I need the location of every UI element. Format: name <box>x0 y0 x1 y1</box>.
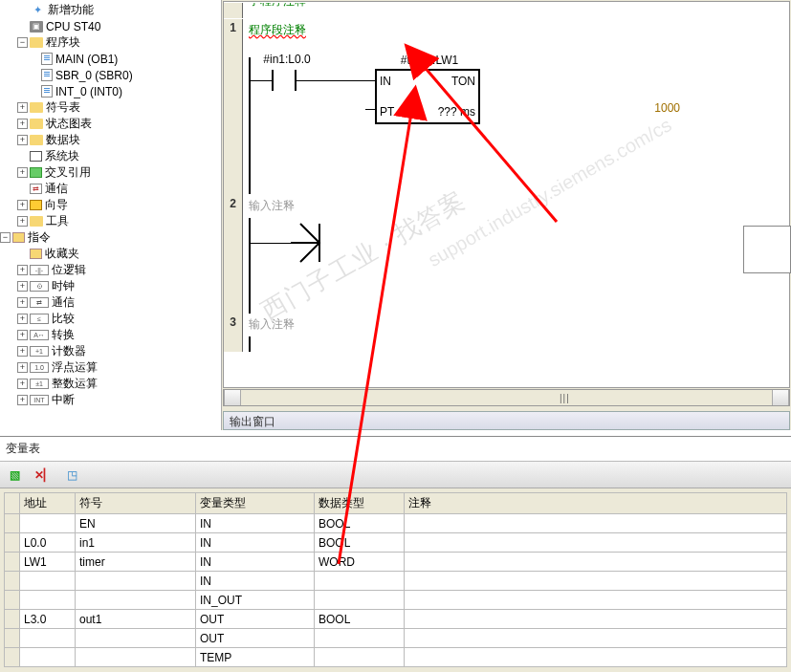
cell-symbol[interactable] <box>76 572 196 591</box>
tree-item-int0[interactable]: INT_0 (INT0) <box>0 83 221 99</box>
col-datatype[interactable]: 数据类型 <box>315 493 405 514</box>
cell-datatype[interactable] <box>315 629 405 648</box>
cell-symbol[interactable]: in1 <box>76 533 196 553</box>
project-tree[interactable]: ✦新增功能 ▣CPU ST40 −程序块 MAIN (OB1) SBR_0 (S… <box>0 0 222 430</box>
cell-datatype[interactable] <box>315 591 405 610</box>
table-row[interactable]: LW1timerINWORD <box>5 553 787 572</box>
tree-item-program-block[interactable]: −程序块 <box>0 34 221 51</box>
tree-item-main[interactable]: MAIN (OB1) <box>0 51 221 67</box>
tree-item-convert[interactable]: +A↔转换 <box>0 327 221 343</box>
cell-vartype[interactable]: IN <box>196 533 315 553</box>
row-header[interactable] <box>5 553 20 572</box>
tree-item-instructions[interactable]: −指令 <box>0 229 221 246</box>
cell-datatype[interactable] <box>315 648 405 667</box>
cell-address[interactable] <box>20 629 76 648</box>
cell-comment[interactable] <box>405 610 787 629</box>
cell-comment[interactable] <box>405 572 787 591</box>
expand-icon[interactable]: + <box>17 362 28 373</box>
return-element[interactable] <box>291 222 329 264</box>
network-3[interactable]: 3 输入注释 <box>224 313 789 351</box>
tree-item-sbr0[interactable]: SBR_0 (SBR0) <box>0 67 221 83</box>
tree-item-favorites[interactable]: 收藏夹 <box>0 246 221 262</box>
table-row[interactable]: ENINBOOL <box>5 514 787 533</box>
cell-symbol[interactable] <box>76 629 196 648</box>
tree-item-bit-logic[interactable]: +-||-位逻辑 <box>0 262 221 278</box>
cell-address[interactable]: L0.0 <box>20 533 76 553</box>
cell-comment[interactable] <box>405 553 787 572</box>
expand-icon[interactable]: + <box>17 265 28 275</box>
tree-item-integer[interactable]: +±1整数运算 <box>0 376 221 392</box>
expand-icon[interactable]: + <box>17 102 28 113</box>
table-row[interactable]: TEMP <box>5 648 787 667</box>
cell-comment[interactable] <box>405 514 787 533</box>
tree-item-symbol-table[interactable]: +符号表 <box>0 99 221 116</box>
ton-block[interactable]: #timer:LW1 IN TON PT ??? ms <box>375 69 480 124</box>
collapse-icon[interactable]: − <box>17 37 28 48</box>
cell-datatype[interactable]: BOOL <box>315 514 405 533</box>
cell-symbol[interactable] <box>76 591 196 610</box>
tree-item-float[interactable]: +1.0浮点运算 <box>0 359 221 376</box>
tree-item-tools[interactable]: +工具 <box>0 213 221 229</box>
table-row[interactable]: IN_OUT <box>5 591 787 610</box>
tree-item-compare[interactable]: +≤比较 <box>0 311 221 327</box>
col-vartype[interactable]: 变量类型 <box>196 493 315 514</box>
cell-symbol[interactable]: timer <box>76 553 196 572</box>
table-row[interactable]: L0.0in1INBOOL <box>5 533 787 553</box>
tree-item-cpu[interactable]: ▣CPU ST40 <box>0 18 221 34</box>
add-row-button[interactable]: ▧ <box>4 465 25 486</box>
tree-item-counter[interactable]: ++1计数器 <box>0 343 221 359</box>
cell-address[interactable]: LW1 <box>20 553 76 572</box>
cell-address[interactable]: L3.0 <box>20 610 76 629</box>
cell-datatype[interactable]: BOOL <box>315 610 405 629</box>
row-header[interactable] <box>5 648 20 667</box>
expand-icon[interactable]: + <box>17 119 28 129</box>
col-address[interactable]: 地址 <box>20 493 76 514</box>
row-header[interactable] <box>5 533 20 553</box>
cell-vartype[interactable]: IN <box>196 553 315 572</box>
expand-icon[interactable]: + <box>17 216 28 227</box>
cell-datatype[interactable] <box>315 572 405 591</box>
cell-comment[interactable] <box>405 648 787 667</box>
row-header[interactable] <box>5 629 20 648</box>
expand-icon[interactable]: + <box>17 346 28 357</box>
tree-item-new-feature[interactable]: ✦新增功能 <box>0 2 221 18</box>
cell-address[interactable] <box>20 591 76 610</box>
tree-item-system-block[interactable]: 系统块 <box>0 148 221 164</box>
expand-icon[interactable]: + <box>17 395 28 405</box>
horizontal-scrollbar[interactable]: ||| <box>223 389 790 406</box>
tree-item-interrupt[interactable]: +INT中断 <box>0 392 221 408</box>
cell-datatype[interactable]: WORD <box>315 553 405 572</box>
col-comment[interactable]: 注释 <box>405 493 787 514</box>
tree-item-wizard[interactable]: +向导 <box>0 197 221 213</box>
output-window-header[interactable]: 输出窗口 <box>223 411 790 430</box>
delete-row-button[interactable]: ✕▏ <box>33 465 54 486</box>
ladder-scroll[interactable]: 子程序注释 1 程序段注释 #in1:L0.0 <box>223 1 790 388</box>
expand-icon[interactable]: + <box>17 297 28 308</box>
tree-item-comm[interactable]: ⇄通信 <box>0 181 221 197</box>
tree-item-status-chart[interactable]: +状态图表 <box>0 116 221 132</box>
cell-address[interactable] <box>20 514 76 533</box>
tree-item-comm2[interactable]: +⇄通信 <box>0 294 221 311</box>
ton-pt-value[interactable]: 1000 <box>632 101 680 115</box>
scroll-left-button[interactable] <box>224 390 241 405</box>
row-header[interactable] <box>5 591 20 610</box>
scroll-right-button[interactable] <box>772 390 789 405</box>
row-header[interactable] <box>5 572 20 591</box>
row-header[interactable] <box>5 610 20 629</box>
sub-comment[interactable]: 子程序注释 <box>249 3 306 8</box>
network-comment-placeholder[interactable]: 输入注释 <box>249 199 295 212</box>
expand-icon[interactable]: + <box>17 200 28 210</box>
cell-vartype[interactable]: OUT <box>196 629 315 648</box>
tree-item-cross-ref[interactable]: +交叉引用 <box>0 164 221 181</box>
network-comment-placeholder[interactable]: 输入注释 <box>249 317 295 331</box>
cell-symbol[interactable]: out1 <box>76 610 196 629</box>
table-row[interactable]: IN <box>5 572 787 591</box>
contact-in1[interactable]: #in1:L0.0 <box>272 70 297 91</box>
cell-vartype[interactable]: IN <box>196 572 315 591</box>
row-header[interactable] <box>5 514 20 533</box>
scroll-thumb[interactable]: ||| <box>560 393 570 403</box>
col-symbol[interactable]: 符号 <box>76 493 196 514</box>
cell-vartype[interactable]: IN <box>196 514 315 533</box>
expand-icon[interactable]: + <box>17 314 28 324</box>
cell-comment[interactable] <box>405 629 787 648</box>
